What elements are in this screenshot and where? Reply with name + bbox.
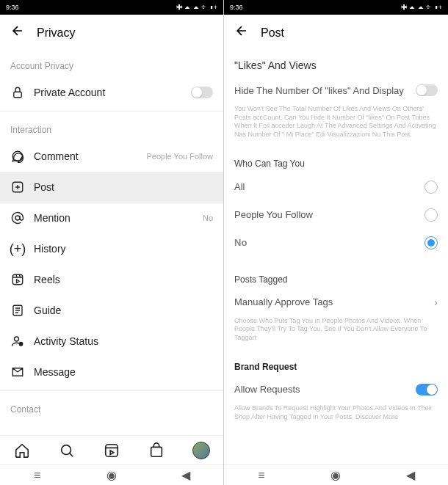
sys-home-icon[interactable]: ◉ [104, 468, 119, 483]
tag-all-radio[interactable] [424, 180, 438, 194]
avatar-icon [192, 442, 210, 459]
tag-no-label: No [234, 237, 417, 248]
status-icons: ✱ ⏶ ⏶ ᯤ ▮+ [176, 4, 217, 11]
activity-status-row[interactable]: Activity Status [0, 326, 223, 357]
guide-icon [10, 303, 25, 318]
history-row[interactable]: (+) History [0, 233, 223, 264]
guide-row[interactable]: Guide [0, 295, 223, 326]
private-account-row[interactable]: Private Account [0, 77, 223, 108]
allow-requests-row[interactable]: Allow Requests [224, 376, 448, 403]
divider [0, 390, 223, 391]
tag-all-row[interactable]: All [224, 173, 448, 201]
tag-follow-radio[interactable] [424, 208, 438, 222]
svg-point-7 [19, 343, 23, 346]
who-can-tag-title: Who Can Tag You [224, 147, 448, 173]
mention-label: Mention [34, 212, 194, 224]
status-icons: ✱ ⏶ ⏶ ᯤ ▮+ [401, 4, 442, 11]
privacy-content: Account Privacy Private Account Interact… [0, 51, 223, 435]
hide-likes-help: You Won't See The Total Number Of Likes … [224, 103, 448, 147]
comment-label: Comment [34, 150, 137, 162]
back-icon[interactable] [10, 23, 25, 42]
history-label: History [34, 243, 213, 255]
guide-label: Guide [34, 305, 213, 316]
page-title: Post [261, 26, 284, 40]
private-account-toggle[interactable] [191, 87, 213, 98]
manual-approve-row[interactable]: Manually Approve Tags › [224, 289, 448, 316]
comment-value: People You Follow [146, 152, 213, 161]
header: Privacy [0, 15, 223, 51]
hide-likes-row[interactable]: Hide The Number Of "likes" And Display [224, 77, 448, 103]
svg-rect-10 [151, 447, 162, 456]
hide-likes-toggle[interactable] [416, 84, 438, 96]
brand-request-title: Brand Request [224, 350, 448, 376]
sys-home-icon[interactable]: ◉ [328, 468, 343, 483]
svg-point-3 [15, 216, 20, 220]
section-account-privacy: Account Privacy [0, 51, 223, 77]
posts-tagged-title: Posts Tagged [224, 257, 448, 289]
sys-back-icon[interactable]: ◀ [403, 468, 418, 483]
clock: 9:36 [6, 4, 19, 11]
sys-menu-icon[interactable]: ≡ [30, 468, 45, 483]
section-interaction: Interaction [0, 114, 223, 141]
tag-no-row[interactable]: No [224, 229, 448, 257]
profile-tab[interactable] [192, 442, 210, 459]
privacy-screen: 9:36 ✱ ⏶ ⏶ ᯤ ▮+ Privacy Account Privacy … [0, 0, 224, 485]
tagged-help: Choose Who Puts Tag You In People Photos… [224, 316, 448, 350]
allow-requests-toggle[interactable] [416, 384, 438, 395]
brand-help: Allow Brands To Request Highlight Your P… [224, 403, 448, 429]
header: Post [224, 15, 448, 51]
mention-row[interactable]: Mention No [0, 203, 223, 233]
page-title: Privacy [37, 26, 75, 40]
search-tab[interactable] [58, 442, 76, 459]
history-icon: (+) [10, 241, 25, 256]
post-screen: 9:36 ✱ ⏶ ⏶ ᯤ ▮+ Post "Likes" And Views H… [224, 0, 448, 485]
reels-row[interactable]: Reels [0, 264, 223, 295]
section-contact: Contact [0, 394, 223, 420]
shop-tab[interactable] [148, 442, 165, 459]
reels-icon [10, 272, 25, 287]
divider [0, 111, 223, 112]
post-content: "Likes" And Views Hide The Number Of "li… [224, 51, 448, 464]
post-label: Post [34, 181, 213, 193]
private-account-label: Private Account [34, 87, 182, 98]
reels-tab[interactable] [103, 442, 120, 459]
svg-rect-0 [14, 92, 22, 98]
clock: 9:36 [230, 4, 243, 11]
mention-icon [10, 211, 25, 225]
manual-approve-label: Manually Approve Tags [234, 296, 427, 307]
post-icon [10, 180, 25, 194]
activity-icon [10, 334, 25, 349]
message-label: Message [34, 366, 213, 378]
comment-row[interactable]: Comment People You Follow [0, 141, 223, 172]
svg-point-8 [62, 445, 71, 454]
sys-back-icon[interactable]: ◀ [178, 468, 193, 483]
back-icon[interactable] [234, 23, 249, 42]
tag-all-label: All [234, 181, 417, 192]
chevron-right-icon: › [434, 296, 438, 308]
tag-follow-label: People You Follow [234, 209, 417, 220]
home-tab[interactable] [13, 442, 31, 459]
message-row[interactable]: Message [0, 357, 223, 387]
tag-follow-row[interactable]: People You Follow [224, 201, 448, 229]
lock-icon [10, 85, 25, 100]
tag-no-radio[interactable] [424, 236, 438, 249]
reels-label: Reels [34, 274, 213, 285]
system-nav: ≡ ◉ ◀ [224, 464, 448, 485]
sys-menu-icon[interactable]: ≡ [254, 468, 269, 483]
status-bar: 9:36 ✱ ⏶ ⏶ ᯤ ▮+ [0, 0, 223, 15]
post-row[interactable]: Post [0, 172, 223, 203]
mention-value: No [203, 214, 213, 222]
hide-likes-label: Hide The Number Of "likes" And Display [234, 85, 408, 96]
status-bar: 9:36 ✱ ⏶ ⏶ ᯤ ▮+ [224, 0, 448, 15]
svg-rect-9 [106, 444, 118, 456]
tab-bar [0, 435, 223, 464]
svg-point-6 [15, 337, 19, 341]
svg-rect-4 [12, 274, 23, 285]
message-icon [10, 365, 25, 379]
allow-requests-label: Allow Requests [234, 384, 408, 395]
activity-label: Activity Status [34, 335, 213, 347]
system-nav: ≡ ◉ ◀ [0, 464, 223, 485]
comment-icon [10, 149, 25, 164]
likes-views-title: "Likes" And Views [224, 51, 448, 77]
